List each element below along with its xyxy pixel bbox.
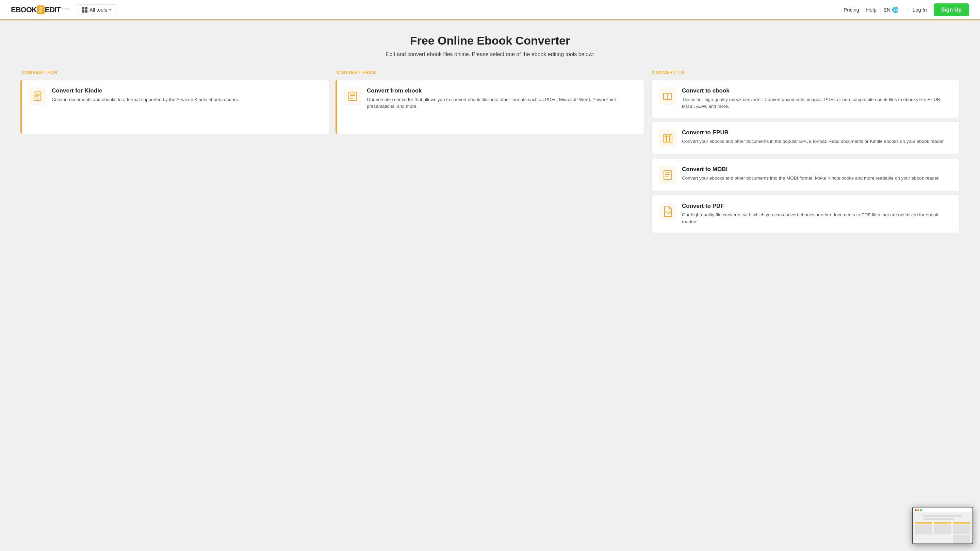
convert-for-column: CONVERT FOR Convert for Kindle Convert d… [21, 70, 329, 137]
kindle-icon-wrapper [29, 87, 46, 105]
navbar-left: EBOOK 2 EDIT .com All tools ▾ [11, 5, 116, 15]
ebook-icon-wrapper [344, 87, 361, 105]
book-open-icon-wrapper [659, 87, 676, 105]
help-link[interactable]: Help [866, 7, 877, 13]
logo-text-right: EDIT [45, 5, 60, 14]
convert-for-header: CONVERT FOR [21, 70, 329, 75]
pdf-icon-wrapper: PDF [659, 203, 676, 221]
page-subtitle: Edit and convert ebook files online. Ple… [21, 51, 959, 57]
chevron-down-icon: ▾ [109, 8, 111, 12]
logo-badge: 2 [37, 5, 45, 14]
navbar-right: Pricing Help EN 🌐 → Log In Sign Up [843, 3, 969, 16]
convert-for-kindle-card[interactable]: Convert for Kindle Convert documents and… [21, 79, 329, 134]
kindle-card-desc: Convert documents and ebooks to a format… [52, 96, 322, 103]
logo[interactable]: EBOOK 2 EDIT .com [11, 5, 69, 14]
convert-to-mobi-card[interactable]: Convert to MOBI Convert your ebooks and … [651, 158, 959, 192]
login-label: Log In [913, 7, 927, 13]
thumbnail-inner [913, 508, 972, 543]
to-pdf-card-content: Convert to PDF Our high-quality file con… [682, 203, 953, 225]
to-ebook-card-desc: This is our high-quality ebook converter… [682, 96, 953, 110]
svg-point-5 [37, 99, 38, 100]
ebook-from-icon [347, 91, 358, 102]
svg-rect-6 [349, 92, 356, 100]
main-content: Free Online Ebook Converter Edit and con… [0, 21, 980, 257]
lang-label: EN [883, 7, 891, 13]
svg-rect-15 [670, 135, 672, 142]
to-mobi-card-title: Convert to MOBI [682, 166, 953, 173]
grid-icon [82, 7, 88, 13]
globe-icon: 🌐 [892, 6, 899, 13]
convert-to-pdf-card[interactable]: PDF Convert to PDF Our high-quality file… [651, 195, 959, 233]
pdf-icon: PDF [662, 206, 673, 217]
logo-com: .com [60, 7, 69, 11]
convert-to-ebook-card[interactable]: Convert to ebook This is our high-qualit… [651, 79, 959, 118]
to-epub-card-desc: Convert your ebooks and other documents … [682, 138, 953, 145]
to-pdf-card-title: Convert to PDF [682, 203, 953, 210]
svg-rect-13 [663, 135, 666, 142]
convert-from-ebook-card[interactable]: Convert from ebook Our versatile convert… [336, 79, 644, 134]
thumb-nav [913, 508, 972, 513]
page-title: Free Online Ebook Converter [21, 34, 959, 47]
thumb-body [913, 513, 972, 544]
to-epub-card-title: Convert to EPUB [682, 129, 953, 136]
convert-to-epub-card[interactable]: Convert to EPUB Convert your ebooks and … [651, 121, 959, 155]
svg-rect-1 [35, 93, 40, 98]
to-mobi-card-content: Convert to MOBI Convert your ebooks and … [682, 166, 953, 182]
svg-rect-18 [664, 170, 671, 179]
all-tools-button[interactable]: All tools ▾ [77, 5, 117, 15]
to-ebook-card-title: Convert to ebook [682, 87, 953, 94]
pricing-link[interactable]: Pricing [843, 7, 859, 13]
book-open-icon [662, 91, 673, 102]
thumbnail-overlay [912, 507, 973, 544]
logo-text-left: EBOOK [11, 5, 37, 14]
columns: CONVERT FOR Convert for Kindle Convert d… [21, 70, 959, 237]
to-mobi-card-desc: Convert your ebooks and other documents … [682, 175, 953, 182]
from-ebook-card-title: Convert from ebook [367, 87, 637, 94]
to-ebook-card-content: Convert to ebook This is our high-qualit… [682, 87, 953, 110]
kindle-card-title: Convert for Kindle [52, 87, 322, 94]
language-button[interactable]: EN 🌐 [883, 6, 899, 13]
doc-lines-icon-wrapper [659, 166, 676, 184]
books-icon [662, 133, 673, 143]
svg-rect-14 [667, 135, 669, 142]
books-icon-wrapper [659, 129, 676, 147]
svg-text:PDF: PDF [666, 211, 672, 214]
doc-lines-icon [662, 169, 673, 180]
convert-to-header: CONVERT TO [651, 70, 959, 75]
to-pdf-card-desc: Our high-quality file converter with whi… [682, 211, 953, 225]
to-epub-card-content: Convert to EPUB Convert your ebooks and … [682, 129, 953, 145]
from-ebook-card-desc: Our versatile converter that allows you … [367, 96, 637, 110]
convert-from-column: CONVERT FROM Convert from ebook Our vers… [336, 70, 644, 137]
login-button[interactable]: → Log In [905, 7, 927, 13]
from-ebook-card-content: Convert from ebook Our versatile convert… [367, 87, 637, 110]
all-tools-label: All tools [89, 7, 108, 13]
kindle-icon [32, 91, 43, 102]
convert-from-header: CONVERT FROM [336, 70, 644, 75]
login-arrow-icon: → [905, 7, 911, 13]
kindle-card-content: Convert for Kindle Convert documents and… [52, 87, 322, 103]
navbar: EBOOK 2 EDIT .com All tools ▾ Pricing He… [0, 0, 980, 21]
signup-button[interactable]: Sign Up [934, 3, 969, 16]
convert-to-column: CONVERT TO Convert to ebook This is our … [651, 70, 959, 237]
